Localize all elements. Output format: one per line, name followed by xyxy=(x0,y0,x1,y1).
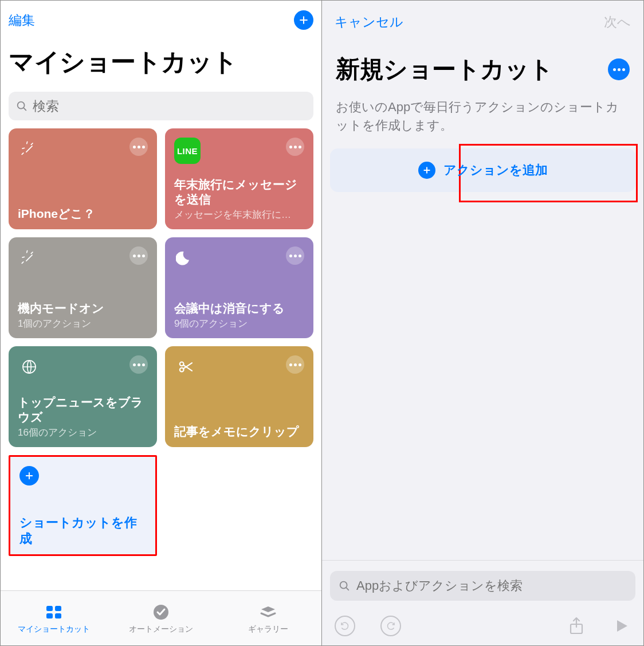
edit-button[interactable]: 編集 xyxy=(9,11,35,29)
plus-icon xyxy=(298,14,309,26)
tile-more-button[interactable] xyxy=(129,355,148,374)
moon-icon xyxy=(174,246,197,269)
tab-label: マイショートカット xyxy=(18,624,90,635)
tile-more-button[interactable] xyxy=(286,138,304,156)
search-bar[interactable] xyxy=(9,92,313,120)
tile-title: iPhoneどこ？ xyxy=(18,206,148,221)
shortcuts-grid: iPhoneどこ？ LINE 年末旅行にメッセージを送信 メッセージを年末旅行に… xyxy=(1,128,321,564)
app-action-search-input[interactable] xyxy=(356,578,627,593)
line-app-icon: LINE xyxy=(174,138,201,164)
play-icon xyxy=(611,616,631,636)
right-topbar: キャンセル 次へ xyxy=(322,1,643,33)
my-shortcuts-pane: 編集 マイショートカット iPhoneどこ？ xyxy=(1,1,322,645)
tab-bar: マイショートカット オートメーション ギャラリー xyxy=(1,590,321,645)
tile-subtitle: 16個のアクション xyxy=(18,426,148,439)
search-icon xyxy=(15,100,28,112)
wand-icon xyxy=(18,246,41,269)
search-input[interactable] xyxy=(33,99,307,114)
wand-icon xyxy=(18,138,41,160)
shortcut-tile-clip-memo[interactable]: 記事をメモにクリップ xyxy=(165,346,313,447)
tile-title: トップニュースをブラウズ xyxy=(18,395,148,425)
redo-button[interactable] xyxy=(380,616,401,636)
redo-icon xyxy=(386,621,396,631)
svg-rect-4 xyxy=(46,606,53,611)
page-title: マイショートカット xyxy=(1,32,321,81)
new-shortcut-title: 新規ショートカット xyxy=(336,53,553,85)
undo-button[interactable] xyxy=(335,616,355,636)
new-shortcut-description: お使いのAppで毎日行うアクションのショートカットを作成します。 xyxy=(322,90,643,142)
tile-title: 記事をメモにクリップ xyxy=(174,424,304,439)
create-shortcut-tile[interactable]: ショートカットを作成 xyxy=(9,455,157,556)
right-bottom-area xyxy=(322,560,643,645)
svg-rect-5 xyxy=(55,606,61,611)
new-shortcut-pane: キャンセル 次へ 新規ショートカット お使いのAppで毎日行うアクションのショー… xyxy=(322,1,643,645)
tab-label: オートメーション xyxy=(129,624,193,635)
gallery-icon xyxy=(258,602,278,622)
tile-subtitle: メッセージを年末旅行に… xyxy=(174,208,304,221)
next-button[interactable]: 次へ xyxy=(604,13,631,31)
share-button[interactable] xyxy=(567,616,586,636)
globe-icon xyxy=(18,355,41,378)
shortcut-tile-iphone-where[interactable]: iPhoneどこ？ xyxy=(9,128,157,229)
shortcut-tile-top-news[interactable]: トップニュースをブラウズ 16個のアクション xyxy=(9,346,157,447)
tile-more-button[interactable] xyxy=(129,138,148,156)
tile-more-button[interactable] xyxy=(129,246,148,265)
tab-automation[interactable]: オートメーション xyxy=(108,591,215,645)
run-button[interactable] xyxy=(611,616,631,636)
shortcut-tile-trip-message[interactable]: LINE 年末旅行にメッセージを送信 メッセージを年末旅行に… xyxy=(165,128,313,229)
shortcut-settings-button[interactable] xyxy=(608,58,630,80)
shortcut-tile-meeting-mute[interactable]: 会議中は消音にする 9個のアクション xyxy=(165,237,313,338)
tile-more-button[interactable] xyxy=(286,355,304,374)
share-icon xyxy=(567,616,586,636)
svg-rect-7 xyxy=(55,613,61,618)
left-topbar: 編集 xyxy=(1,1,321,32)
tile-title: 年末旅行にメッセージを送信 xyxy=(174,177,304,207)
tile-more-button[interactable] xyxy=(286,246,304,265)
plus-icon xyxy=(418,162,435,179)
svg-rect-6 xyxy=(46,613,53,618)
app-action-search-bar[interactable] xyxy=(330,571,635,601)
search-icon xyxy=(338,580,351,592)
tile-subtitle: 9個のアクション xyxy=(174,317,304,330)
shortcut-tile-airplane-mode[interactable]: 機内モードオン 1個のアクション xyxy=(9,237,157,338)
automation-icon xyxy=(151,602,171,622)
tile-title: 会議中は消音にする xyxy=(174,301,304,316)
add-action-label: アクションを追加 xyxy=(443,162,548,179)
editor-toolbar xyxy=(322,606,643,645)
tile-title: 機内モードオン xyxy=(18,301,148,316)
add-action-button[interactable]: アクションを追加 xyxy=(330,148,635,192)
create-shortcut-label: ショートカットを作成 xyxy=(19,515,146,546)
tab-label: ギャラリー xyxy=(248,624,288,635)
undo-icon xyxy=(340,621,350,631)
scissors-icon xyxy=(174,355,197,378)
cancel-button[interactable]: キャンセル xyxy=(335,13,403,31)
tab-gallery[interactable]: ギャラリー xyxy=(214,591,321,645)
tile-subtitle: 1個のアクション xyxy=(18,317,148,330)
tab-my-shortcuts[interactable]: マイショートカット xyxy=(1,591,108,645)
plus-icon xyxy=(19,466,39,486)
new-shortcut-plus-button[interactable] xyxy=(294,10,313,30)
grid-icon xyxy=(44,602,64,622)
